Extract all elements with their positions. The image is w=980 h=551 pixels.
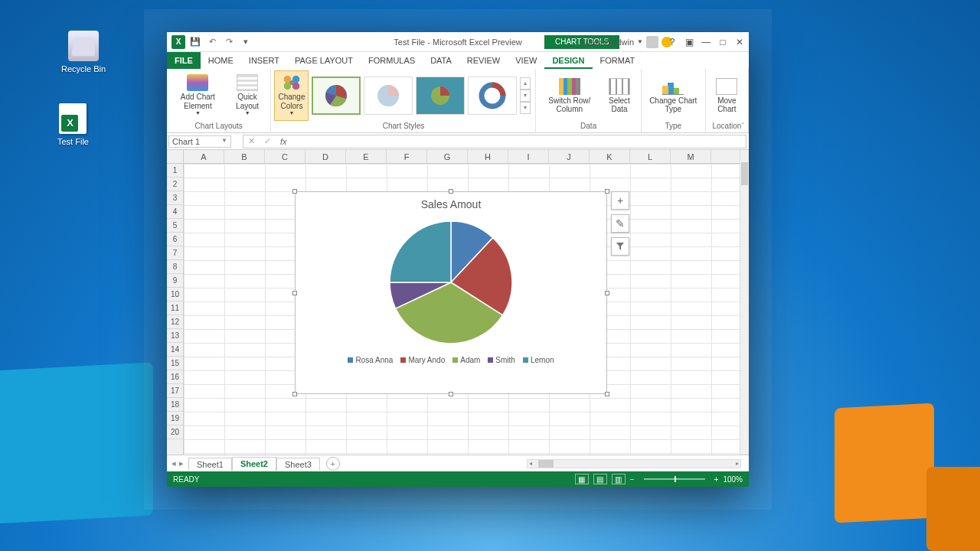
col-header[interactable]: H [468, 150, 508, 163]
row-header[interactable]: 9 [167, 274, 183, 288]
style-thumb-4[interactable] [468, 77, 517, 115]
tab-prev[interactable]: ◂ [172, 458, 176, 468]
zoom-out-button[interactable]: − [630, 475, 635, 484]
enter-icon[interactable]: ✓ [260, 136, 276, 146]
col-header[interactable]: I [508, 150, 549, 163]
chart-elements-button[interactable]: + [611, 191, 629, 210]
row-header[interactable]: 7 [167, 246, 183, 260]
row-header[interactable]: 8 [167, 260, 183, 274]
save-button[interactable]: 💾 [188, 35, 202, 49]
row-header[interactable]: 14 [167, 343, 183, 357]
zoom-slider[interactable] [644, 478, 705, 480]
new-sheet-button[interactable]: + [326, 457, 340, 471]
col-header[interactable]: K [590, 150, 630, 163]
row-header[interactable]: 15 [167, 357, 183, 370]
close-button[interactable]: ✕ [732, 35, 747, 49]
minimize-button[interactable]: — [698, 35, 714, 49]
change-chart-type-button[interactable]: Change Chart Type [645, 70, 702, 121]
tab-data[interactable]: DATA [423, 52, 459, 69]
maximize-button[interactable]: □ [715, 35, 730, 49]
tab-page-layout[interactable]: PAGE LAYOUT [287, 52, 361, 69]
tab-view[interactable]: VIEW [508, 52, 544, 69]
legend-item[interactable]: Lemon [523, 356, 554, 364]
vertical-scrollbar[interactable] [740, 150, 749, 455]
chart-filters-button[interactable] [611, 237, 629, 256]
col-header[interactable]: G [427, 150, 468, 163]
chart-object[interactable]: Sales Amout Rosa AnnaMary AndoAdamSmithL… [295, 191, 607, 394]
col-header[interactable]: J [549, 150, 590, 163]
chart-styles-button[interactable]: ✎ [611, 214, 629, 233]
row-header[interactable]: 11 [167, 302, 183, 315]
legend-item[interactable]: Adam [452, 356, 480, 364]
row-header[interactable]: 16 [167, 370, 183, 384]
tab-review[interactable]: REVIEW [459, 52, 508, 69]
row-header[interactable]: 17 [167, 384, 183, 398]
desktop-icon-recycle-bin[interactable]: Recycle Bin [61, 31, 106, 73]
row-header[interactable]: 19 [167, 412, 183, 425]
select-all-corner[interactable] [167, 150, 184, 164]
col-header[interactable]: A [184, 150, 224, 163]
desktop-icon-testfile[interactable]: Test File [57, 103, 89, 146]
sheet-tab-3[interactable]: Sheet3 [276, 458, 320, 471]
row-header[interactable]: 1 [167, 164, 183, 178]
sheet-tab-2[interactable]: Sheet2 [232, 457, 276, 471]
row-header[interactable]: 6 [167, 233, 183, 246]
undo-button[interactable]: ↶ [205, 35, 219, 49]
chart-title[interactable]: Sales Amout [296, 192, 606, 214]
style-thumb-2[interactable] [364, 77, 413, 115]
row-header[interactable]: 3 [167, 191, 183, 205]
tab-insert[interactable]: INSERT [241, 52, 287, 69]
move-chart-button[interactable]: Move Chart [709, 70, 745, 121]
select-data-button[interactable]: Select Data [601, 70, 638, 121]
tab-home[interactable]: HOME [201, 52, 241, 69]
switch-row-col-button[interactable]: Switch Row/ Column [539, 70, 599, 121]
help-button[interactable]: ? [665, 35, 680, 49]
zoom-in-button[interactable]: + [714, 475, 719, 484]
col-header[interactable]: E [346, 150, 387, 163]
col-header[interactable]: B [224, 150, 265, 163]
pie-chart[interactable] [382, 214, 520, 351]
chart-legend[interactable]: Rosa AnnaMary AndoAdamSmithLemon [296, 351, 606, 369]
legend-item[interactable]: Smith [488, 356, 515, 364]
fx-icon[interactable]: fx [276, 137, 292, 146]
style-scroll[interactable]: ▴▾▾ [520, 77, 531, 114]
col-header[interactable]: L [630, 150, 671, 163]
quick-layout-button[interactable]: Quick Layout▼ [227, 70, 268, 121]
page-break-view-button[interactable]: ▥ [612, 474, 626, 484]
row-header[interactable]: 4 [167, 205, 183, 219]
row-header[interactable]: 5 [167, 219, 183, 233]
horizontal-scrollbar[interactable]: ◂▸ [527, 459, 741, 468]
col-header[interactable]: M [671, 150, 711, 163]
col-header[interactable]: F [387, 150, 427, 163]
tab-format[interactable]: FORMAT [593, 52, 643, 69]
row-header[interactable]: 18 [167, 398, 183, 412]
add-chart-element-button[interactable]: Add Chart Element▼ [170, 70, 226, 121]
legend-item[interactable]: Mary Ando [400, 356, 445, 364]
tab-next[interactable]: ▸ [179, 458, 184, 468]
row-header[interactable]: 10 [167, 288, 183, 302]
zoom-level[interactable]: 100% [723, 475, 743, 484]
col-header[interactable]: C [265, 150, 305, 163]
tab-file[interactable]: FILE [167, 52, 201, 69]
ribbon-opts-button[interactable]: ▣ [681, 35, 697, 49]
collapse-ribbon-button[interactable]: ˆ [742, 122, 744, 131]
normal-view-button[interactable]: ▦ [575, 474, 589, 484]
redo-button[interactable]: ↷ [222, 35, 236, 49]
tab-formulas[interactable]: FORMULAS [361, 52, 423, 69]
name-box[interactable]: Chart 1▼ [168, 135, 231, 148]
row-header[interactable]: 20 [167, 425, 183, 439]
style-thumb-3[interactable] [416, 77, 465, 115]
col-header[interactable]: D [305, 150, 346, 163]
tab-design[interactable]: DESIGN [544, 52, 592, 69]
sheet-tab-1[interactable]: Sheet1 [188, 458, 232, 471]
formula-input[interactable] [292, 137, 746, 146]
row-header[interactable]: 2 [167, 178, 183, 191]
user-account[interactable]: Adam Baldwin▼ [580, 36, 672, 48]
cancel-icon[interactable]: ✕ [243, 136, 260, 146]
legend-item[interactable]: Rosa Anna [348, 356, 393, 364]
style-thumb-1[interactable] [312, 77, 361, 115]
qat-more[interactable]: ▾ [239, 35, 253, 49]
page-layout-view-button[interactable]: ▤ [593, 474, 607, 484]
change-colors-button[interactable]: Change Colors▼ [274, 70, 309, 121]
row-header[interactable]: 13 [167, 329, 183, 343]
